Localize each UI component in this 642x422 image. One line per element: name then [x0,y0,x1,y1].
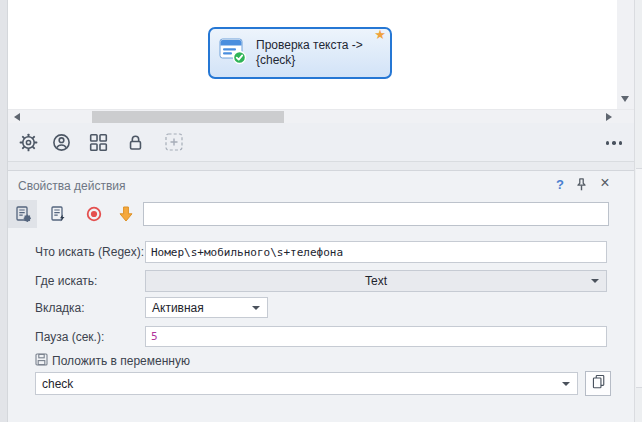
label-pause: Пауза (сек.): [35,330,104,344]
label-what-to-search: Что искать (Regex): [35,245,144,259]
scroll-right-arrow[interactable] [606,113,612,121]
variable-combobox[interactable]: check [35,372,578,395]
copy-variable-button[interactable] [585,371,611,396]
put-to-variable-label: Положить в переменную [35,353,190,369]
window-right-scrollbar[interactable] [634,0,642,422]
record-button[interactable] [79,200,108,228]
add-capture-icon[interactable] [164,132,184,152]
where-select[interactable]: Text [145,270,607,292]
window-left-edge [0,0,8,422]
user-icon[interactable] [51,132,71,152]
pause-input[interactable] [145,326,607,347]
h-scrollbar-thumb[interactable] [92,111,284,123]
lock-icon[interactable] [125,132,145,152]
text-check-icon [218,36,248,70]
grid-icon[interactable] [88,132,108,152]
save-icon [35,353,48,369]
chevron-down-icon [562,382,570,386]
action-node-check-text[interactable]: Проверка текста -> {check} ★ [208,27,392,79]
workflow-canvas[interactable]: Проверка текста -> {check} ★ [8,0,617,109]
property-search-input[interactable] [143,202,609,226]
canvas-horizontal-scrollbar[interactable] [8,109,634,123]
help-button[interactable]: ? [551,177,569,192]
action-settings-tab[interactable] [8,200,37,228]
label-tab: Вкладка: [35,301,85,315]
copy-icon [591,374,606,393]
scroll-down-arrow[interactable] [621,96,629,102]
insert-down-arrow-button[interactable] [111,200,140,228]
star-icon: ★ [374,28,386,41]
close-icon[interactable]: × [596,174,614,192]
more-button[interactable] [606,141,623,145]
canvas-toolbar [8,123,634,162]
where-select-value: Text [359,274,393,288]
gear-icon[interactable] [18,132,38,152]
pin-icon[interactable] [574,177,590,193]
node-title: Проверка текста -> {check} [256,38,363,68]
regex-input[interactable] [145,241,607,263]
tab-select[interactable]: Активная [145,297,268,318]
canvas-vertical-scrollbar[interactable] [617,0,634,109]
panel-title: Свойства действия [18,179,125,193]
label-where-to-search: Где искать: [35,274,97,288]
tab-select-value: Активная [146,301,210,315]
action-properties-panel: Свойства действия ? × [8,170,634,422]
action-code-tab[interactable] [43,200,72,228]
chevron-down-icon [252,306,260,310]
variable-value: check [36,377,79,391]
scroll-left-arrow[interactable] [14,113,20,121]
chevron-down-icon [591,279,599,283]
window-right-scrollbar-thumb[interactable] [636,168,642,388]
